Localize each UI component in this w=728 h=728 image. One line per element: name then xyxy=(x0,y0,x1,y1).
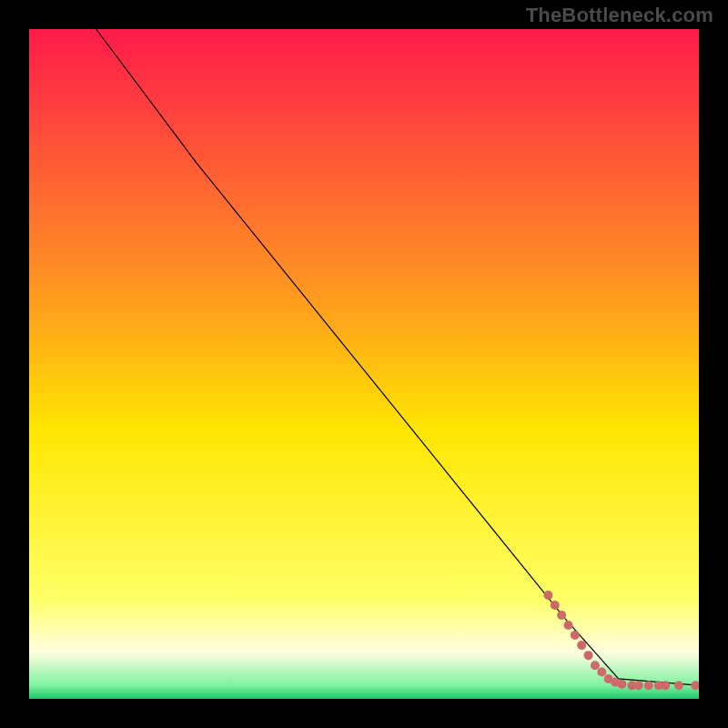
data-point xyxy=(634,681,643,690)
data-point xyxy=(563,621,572,630)
plot-svg xyxy=(29,29,699,699)
chart-frame: TheBottleneck.com xyxy=(0,0,728,728)
plot-area xyxy=(29,29,699,699)
data-point xyxy=(571,631,580,640)
data-point xyxy=(617,680,626,689)
data-point xyxy=(591,661,600,670)
data-point xyxy=(551,601,560,610)
data-point xyxy=(557,611,566,620)
watermark-text: TheBottleneck.com xyxy=(526,4,713,27)
data-point xyxy=(661,681,670,690)
data-point xyxy=(543,591,552,600)
data-point xyxy=(584,651,593,660)
background-rect xyxy=(29,29,699,699)
data-point xyxy=(597,668,606,677)
data-point xyxy=(644,681,653,690)
data-point xyxy=(674,681,683,690)
data-point xyxy=(577,641,586,650)
